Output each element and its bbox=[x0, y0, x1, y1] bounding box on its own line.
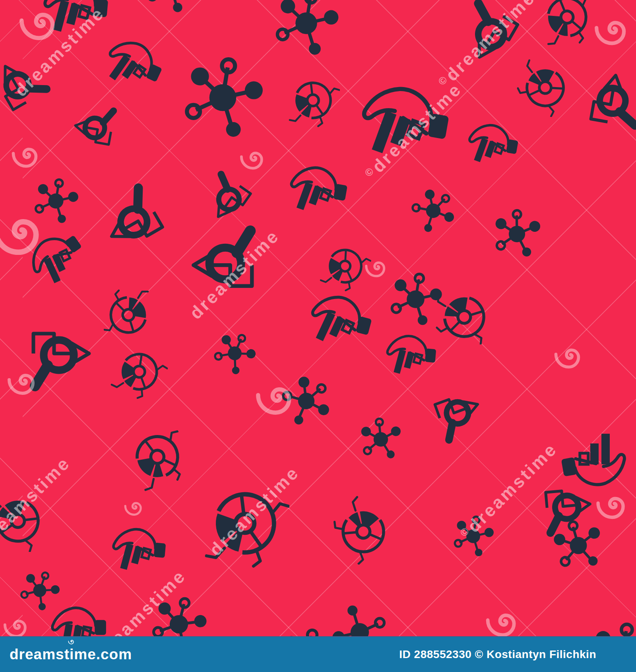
molecule-icon bbox=[145, 0, 197, 13]
pie-chart-icon bbox=[108, 341, 171, 404]
dreamstime-logo: dreamstime.com bbox=[10, 646, 132, 663]
search-analytics-icon bbox=[577, 65, 636, 144]
molecule-icon bbox=[332, 604, 388, 636]
molecule-icon bbox=[209, 328, 260, 379]
hand-chart-icon bbox=[43, 598, 112, 636]
search-analytics-icon bbox=[68, 95, 128, 155]
hand-chart-icon bbox=[294, 280, 381, 367]
search-analytics-icon bbox=[419, 380, 493, 454]
logo-text-left: dreamst bbox=[10, 646, 70, 663]
footer-bar: dreamstime.com ID 288552330 © Kostiantyn… bbox=[0, 636, 636, 672]
logo-text-right: ime.com bbox=[70, 646, 132, 662]
spiral-watermark-icon bbox=[591, 7, 636, 53]
stock-image-preview: dreamstime©dreamstime©dreamstime©dreamst… bbox=[0, 0, 636, 672]
pie-chart-icon bbox=[513, 57, 575, 119]
spiral-watermark-icon bbox=[252, 372, 304, 423]
molecule-icon bbox=[149, 594, 209, 636]
spiral-watermark-icon bbox=[552, 337, 589, 375]
logo-spiral-icon bbox=[68, 637, 76, 646]
spiral-watermark-icon bbox=[0, 199, 56, 266]
pie-chart-icon bbox=[118, 417, 200, 498]
hand-chart-icon bbox=[341, 67, 461, 187]
molecule-icon bbox=[452, 515, 494, 557]
pie-chart-icon bbox=[0, 492, 47, 552]
pie-chart-icon bbox=[204, 482, 289, 568]
molecule-icon bbox=[354, 413, 408, 466]
spiral-watermark-icon bbox=[1, 610, 35, 637]
image-credit: ID 288552330 © Kostiantyn Filichkin bbox=[399, 648, 596, 661]
spiral-watermark-icon bbox=[238, 142, 271, 175]
search-analytics-icon bbox=[187, 217, 270, 300]
hand-chart-icon bbox=[102, 517, 173, 588]
molecule-icon bbox=[588, 622, 636, 636]
spiral-watermark-icon bbox=[363, 252, 393, 282]
pie-chart-icon bbox=[321, 491, 403, 573]
spiral-watermark-icon bbox=[5, 362, 45, 402]
molecule-icon bbox=[278, 628, 338, 636]
pie-chart-icon bbox=[97, 284, 157, 344]
pie-chart-icon bbox=[288, 76, 340, 127]
hand-chart-icon bbox=[376, 325, 442, 390]
spiral-watermark-icon bbox=[593, 484, 635, 526]
hand-chart-icon bbox=[456, 113, 525, 181]
molecule-icon bbox=[488, 205, 546, 263]
spiral-watermark-icon bbox=[483, 600, 527, 636]
hand-chart-icon bbox=[277, 153, 356, 233]
spiral-watermark-icon bbox=[16, 0, 68, 49]
molecule-icon bbox=[403, 180, 463, 241]
molecule-icon bbox=[182, 57, 264, 138]
spiral-watermark-icon bbox=[9, 136, 47, 174]
search-analytics-icon bbox=[86, 169, 181, 264]
pattern-background: dreamstime©dreamstime©dreamstime©dreamst… bbox=[0, 0, 636, 636]
spiral-watermark-icon bbox=[122, 494, 148, 520]
molecule-icon bbox=[273, 0, 339, 56]
search-analytics-icon bbox=[0, 45, 62, 126]
